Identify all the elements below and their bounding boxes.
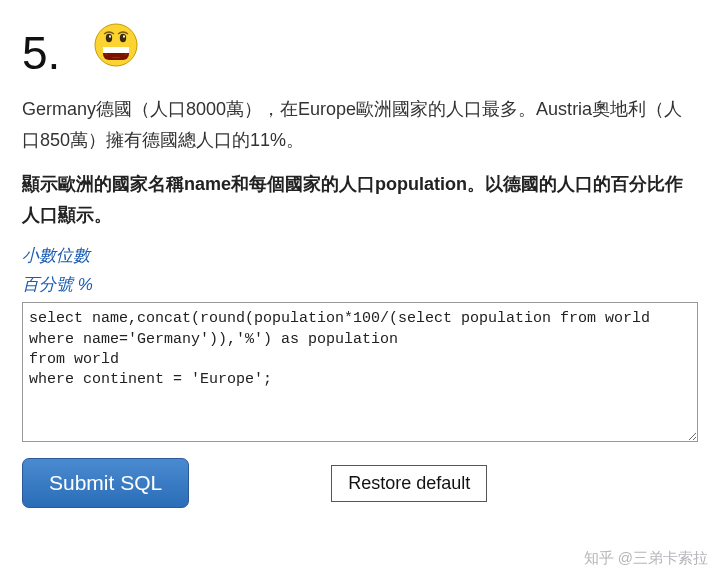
- svg-point-5: [109, 35, 111, 38]
- submit-sql-button[interactable]: Submit SQL: [22, 458, 189, 508]
- question-instruction: 顯示歐洲的國家名稱name和每個國家的人口population。以德國的人口的百…: [22, 169, 698, 230]
- restore-default-button[interactable]: Restore default: [331, 465, 487, 502]
- question-context: Germany德國（人口8000萬），在Europe歐洲國家的人口最多。Aust…: [22, 94, 698, 155]
- button-row: Submit SQL Restore default: [22, 458, 698, 508]
- svg-point-6: [123, 35, 125, 38]
- hint-percent-sign[interactable]: 百分號 %: [22, 273, 698, 296]
- watermark-text: 知乎 @三弟卡索拉: [584, 549, 708, 568]
- svg-point-3: [106, 34, 112, 42]
- svg-rect-2: [103, 47, 129, 53]
- question-header: 5.: [22, 8, 698, 76]
- grinning-face-icon: [94, 23, 138, 67]
- sql-editor[interactable]: [22, 302, 698, 442]
- question-number: 5.: [22, 8, 60, 76]
- hint-decimal-places[interactable]: 小數位數: [22, 244, 698, 267]
- svg-point-4: [120, 34, 126, 42]
